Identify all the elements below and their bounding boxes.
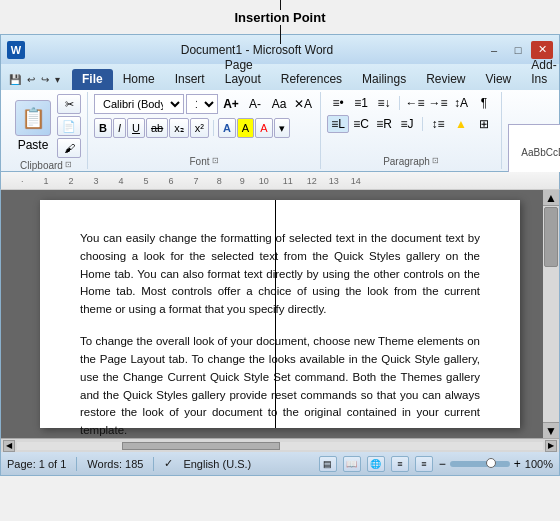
- clipboard-expand[interactable]: ⊡: [65, 160, 72, 169]
- styles-group: AaBbCcDd ▲ ▼ ⊞ Aa Quick Styles A≡ Change…: [502, 92, 560, 169]
- paragraph-2[interactable]: To change the overall look of your docum…: [80, 333, 480, 438]
- paste-button[interactable]: 📋 Paste: [11, 98, 55, 154]
- para-sep2: [422, 117, 423, 131]
- italic-button[interactable]: I: [113, 118, 126, 138]
- font-row2: B I U ab x₂ x² A A A ▾: [94, 118, 290, 138]
- tab-view[interactable]: View: [475, 69, 521, 90]
- zoom-in-btn[interactable]: +: [514, 457, 521, 471]
- para-sep1: [399, 96, 400, 110]
- numbering-button[interactable]: ≡1: [350, 94, 372, 112]
- insertion-point-label: Insertion Point: [229, 10, 332, 25]
- shrink-font-button[interactable]: A-: [244, 95, 266, 113]
- full-reading-btn[interactable]: 📖: [343, 456, 361, 472]
- paragraph-group: ≡• ≡1 ≡↓ ←≡ →≡ ↕A ¶ ≡L ≡C ≡R ≡J ↕≡ ▲ ⊞ P…: [321, 92, 502, 169]
- tab-insert[interactable]: Insert: [165, 69, 215, 90]
- copy-button[interactable]: 📄: [57, 116, 81, 136]
- status-sep-2: [153, 457, 154, 471]
- scroll-up-button[interactable]: ▲: [543, 190, 559, 206]
- document-page[interactable]: You can easily change the formatting of …: [40, 200, 520, 428]
- tab-file[interactable]: File: [72, 69, 113, 90]
- line-spacing-button[interactable]: ↕≡: [427, 115, 449, 133]
- align-right-button[interactable]: ≡R: [373, 115, 395, 133]
- page-status: Page: 1 of 1: [7, 458, 66, 470]
- bullets-button[interactable]: ≡•: [327, 94, 349, 112]
- paragraph-content: ≡• ≡1 ≡↓ ←≡ →≡ ↕A ¶ ≡L ≡C ≡R ≡J ↕≡ ▲ ⊞: [327, 94, 495, 154]
- paragraph-label: Paragraph: [383, 154, 430, 167]
- h-scroll-thumb[interactable]: [122, 442, 280, 450]
- document-area: You can easily change the formatting of …: [0, 190, 560, 438]
- words-status: Words: 185: [87, 458, 143, 470]
- para-row1: ≡• ≡1 ≡↓ ←≡ →≡ ↕A ¶: [327, 94, 495, 112]
- zoom-track[interactable]: [450, 461, 510, 467]
- align-center-button[interactable]: ≡C: [350, 115, 372, 133]
- align-left-button[interactable]: ≡L: [327, 115, 349, 133]
- para-row2: ≡L ≡C ≡R ≡J ↕≡ ▲ ⊞: [327, 115, 495, 133]
- show-formatting-button[interactable]: ¶: [473, 94, 495, 112]
- draft-btn[interactable]: ≡: [415, 456, 433, 472]
- tab-page-layout[interactable]: Page Layout: [215, 55, 271, 90]
- font-color-button[interactable]: A: [255, 118, 272, 138]
- font-expand[interactable]: ⊡: [212, 156, 219, 165]
- font-content: Calibri (Body) 11 A+ A- Aa ✕A B I U ab x…: [94, 94, 314, 154]
- highlight-button[interactable]: A: [237, 118, 254, 138]
- sort-button[interactable]: ↕A: [450, 94, 472, 112]
- multilevel-button[interactable]: ≡↓: [373, 94, 395, 112]
- scroll-right-button[interactable]: ▶: [545, 440, 557, 452]
- ribbon: 📋 Paste ✂ 📄 🖌 Clipboard ⊡ Calibri (Body)…: [0, 90, 560, 172]
- clipboard-content: 📋 Paste ✂ 📄 🖌: [11, 94, 81, 158]
- status-sep-1: [76, 457, 77, 471]
- horizontal-scrollbar[interactable]: ◀ ▶: [0, 438, 560, 452]
- web-layout-btn[interactable]: 🌐: [367, 456, 385, 472]
- font-size-select[interactable]: 11: [186, 94, 218, 114]
- print-layout-btn[interactable]: ▤: [319, 456, 337, 472]
- increase-indent-button[interactable]: →≡: [427, 94, 449, 112]
- borders-button[interactable]: ⊞: [473, 115, 495, 133]
- bold-button[interactable]: B: [94, 118, 112, 138]
- paragraph-1[interactable]: You can easily change the formatting of …: [80, 230, 480, 319]
- outline-btn[interactable]: ≡: [391, 456, 409, 472]
- insertion-point-area: Insertion Point: [0, 0, 560, 34]
- zoom-thumb[interactable]: [486, 458, 496, 468]
- vertical-scrollbar[interactable]: ▲ ▼: [543, 190, 559, 438]
- cut-button[interactable]: ✂: [57, 94, 81, 114]
- justify-button[interactable]: ≡J: [396, 115, 418, 133]
- shading-button[interactable]: ▲: [450, 115, 472, 133]
- font-sep: [213, 120, 214, 136]
- scroll-left-button[interactable]: ◀: [3, 440, 15, 452]
- tab-addins[interactable]: Add-Ins: [521, 55, 560, 90]
- redo-quick-btn[interactable]: ↪: [39, 73, 51, 86]
- tab-references[interactable]: References: [271, 69, 352, 90]
- strikethrough-button[interactable]: ab: [146, 118, 168, 138]
- zoom-percent: 100%: [525, 458, 553, 470]
- paragraph-expand[interactable]: ⊡: [432, 156, 439, 165]
- font-color-dropdown[interactable]: ▾: [274, 118, 290, 138]
- minimize-button[interactable]: –: [483, 41, 505, 59]
- tab-review[interactable]: Review: [416, 69, 475, 90]
- subscript-button[interactable]: x₂: [169, 118, 189, 138]
- tab-home[interactable]: Home: [113, 69, 165, 90]
- language-status: English (U.S.): [183, 458, 251, 470]
- h-scroll-track[interactable]: [17, 442, 543, 450]
- scroll-down-button[interactable]: ▼: [543, 422, 559, 438]
- undo-quick-btn[interactable]: ↩: [25, 73, 37, 86]
- tab-mailings[interactable]: Mailings: [352, 69, 416, 90]
- scroll-track[interactable]: [543, 206, 559, 422]
- quick-access-dropdown[interactable]: ▾: [53, 73, 62, 86]
- clipboard-mini-btns: ✂ 📄 🖌: [57, 94, 81, 158]
- font-row1: Calibri (Body) 11 A+ A- Aa ✕A: [94, 94, 314, 114]
- change-case-button[interactable]: Aa: [268, 95, 290, 113]
- underline-button[interactable]: U: [127, 118, 145, 138]
- scroll-thumb[interactable]: [544, 207, 558, 267]
- clear-format-button[interactable]: ✕A: [292, 95, 314, 113]
- quick-access-toolbar: 💾 ↩ ↪ ▾: [7, 73, 62, 90]
- save-quick-btn[interactable]: 💾: [7, 73, 23, 86]
- superscript-button[interactable]: x²: [190, 118, 209, 138]
- format-painter-button[interactable]: 🖌: [57, 138, 81, 158]
- paste-label: Paste: [18, 138, 49, 152]
- grow-font-button[interactable]: A+: [220, 95, 242, 113]
- zoom-out-btn[interactable]: −: [439, 457, 446, 471]
- spell-check-icon[interactable]: ✓: [164, 457, 173, 470]
- font-name-select[interactable]: Calibri (Body): [94, 94, 184, 114]
- text-effects-button[interactable]: A: [218, 118, 236, 138]
- decrease-indent-button[interactable]: ←≡: [404, 94, 426, 112]
